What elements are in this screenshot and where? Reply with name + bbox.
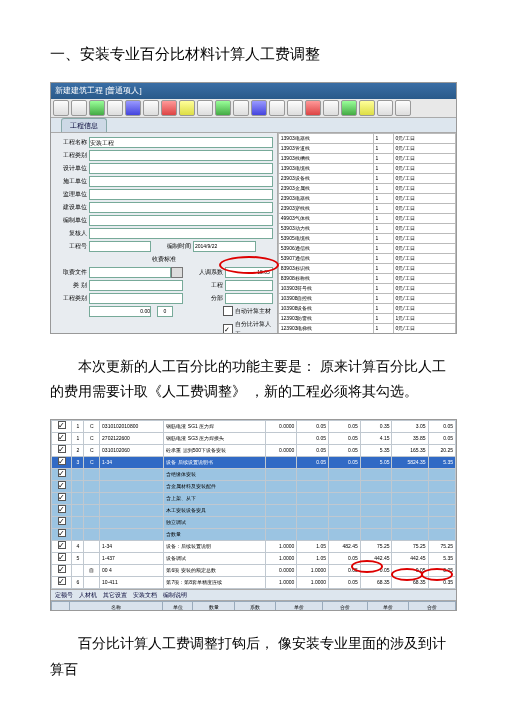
- splitter-tab[interactable]: 定额号: [55, 590, 73, 601]
- splitter-tab[interactable]: 安装文档: [133, 590, 157, 601]
- form-label: 编制单位: [55, 215, 89, 226]
- form-input[interactable]: 0.00: [89, 306, 151, 317]
- form-input[interactable]: [89, 202, 273, 213]
- checkbox[interactable]: [58, 505, 66, 513]
- checkbox[interactable]: [58, 541, 66, 549]
- toolbar-btn[interactable]: [125, 100, 141, 116]
- rate-row[interactable]: 13903管道线10元/工日: [278, 144, 455, 154]
- grid-row[interactable]: 5 1-437 设备调试 1.00001.050.05442.45442.455…: [52, 553, 456, 565]
- rate-row[interactable]: 83908标称线10元/工日: [278, 274, 455, 284]
- checkbox[interactable]: [58, 517, 66, 525]
- rate-row[interactable]: 103908自控线10元/工日: [278, 294, 455, 304]
- splitter-tab[interactable]: 其它设置: [103, 590, 127, 601]
- rate-row[interactable]: 53906通信线10元/工日: [278, 244, 455, 254]
- grid-row[interactable]: 独立调试: [52, 517, 456, 529]
- form-input[interactable]: [89, 267, 171, 278]
- rate-row[interactable]: 123903电梯线10元/工日: [278, 324, 455, 334]
- form-input[interactable]: [89, 241, 151, 252]
- grid-row[interactable]: 含绝缘体安装: [52, 469, 456, 481]
- tab-project-info[interactable]: 工程信息: [61, 118, 107, 132]
- form-input[interactable]: [89, 293, 183, 304]
- rate-row[interactable]: 23903设备线10元/工日: [278, 174, 455, 184]
- grid-header: 名称单位数量系数单价合价单价合价: [52, 602, 456, 612]
- form-input[interactable]: [89, 215, 273, 226]
- rate-row[interactable]: 103903符号线10元/工日: [278, 284, 455, 294]
- grid-row[interactable]: 4 1-34 设备：后续装置说明 1.00001.05482.4575.2575…: [52, 541, 456, 553]
- checkbox[interactable]: [58, 469, 66, 477]
- rate-row[interactable]: 53903动力线10元/工日: [278, 224, 455, 234]
- toolbar-btn[interactable]: [89, 100, 105, 116]
- rate-row[interactable]: 23903穿线线10元/工日: [278, 204, 455, 214]
- form-input[interactable]: [89, 228, 273, 239]
- grid-row[interactable]: 含上架、从下: [52, 493, 456, 505]
- checkbox[interactable]: [223, 306, 233, 316]
- form-input[interactable]: [89, 150, 273, 161]
- date-input[interactable]: 2014/9/22: [193, 241, 256, 252]
- toolbar-btn[interactable]: [305, 100, 321, 116]
- screenshot-project-info: 新建建筑工程 [普通项人] 工程信息 工程名称 安装工程 工程类别: [50, 82, 457, 334]
- form-input[interactable]: 安装工程: [89, 137, 273, 148]
- rate-row[interactable]: 83903标识线10元/工日: [278, 264, 455, 274]
- form-input[interactable]: [225, 280, 273, 291]
- toolbar-btn[interactable]: [143, 100, 159, 116]
- rate-row[interactable]: 53905电缆线10元/工日: [278, 234, 455, 244]
- grid-row[interactable]: 3 C 1-34 设备 后续设置说明书 0.050.055.055824.355…: [52, 457, 456, 469]
- toolbar-btn[interactable]: [179, 100, 195, 116]
- grid-row[interactable]: 2 C 0310102060 砼承重 运到500下设备安装 0.00000.05…: [52, 445, 456, 457]
- form-input[interactable]: [89, 280, 183, 291]
- checkbox[interactable]: [58, 457, 66, 465]
- checkbox[interactable]: [58, 577, 66, 585]
- splitter-tabs: 定额号人材机其它设置安装文档编制说明: [51, 589, 456, 601]
- toolbar-btn[interactable]: [287, 100, 303, 116]
- rate-row[interactable]: 123903防雷线11元/工日: [278, 314, 455, 324]
- toolbar-btn[interactable]: [359, 100, 375, 116]
- checkbox[interactable]: [58, 553, 66, 561]
- form-input[interactable]: 0: [157, 306, 173, 317]
- checkbox[interactable]: [58, 445, 66, 453]
- checkbox[interactable]: [58, 493, 66, 501]
- grid-row[interactable]: 1 C 2702122600 钢筋电渣 SG3 压力焊接头 0.050.054.…: [52, 433, 456, 445]
- checkbox-row: 自动计算主材: [187, 306, 273, 317]
- form-row: 工程号 编制时间 2014/9/22: [55, 241, 273, 252]
- checkbox[interactable]: [58, 529, 66, 537]
- checkbox[interactable]: [58, 481, 66, 489]
- rate-row[interactable]: 49903气体线10元/工日: [278, 214, 455, 224]
- grid-row[interactable]: 1 C 0310102010800 钢筋电渣 SG1 压力焊 0.00000.0…: [52, 421, 456, 433]
- toolbar-btn[interactable]: [395, 100, 411, 116]
- splitter-tab[interactable]: 人材机: [79, 590, 97, 601]
- rate-row[interactable]: 13903线槽线10元/工日: [278, 154, 455, 164]
- grid-row[interactable]: 含金属材料及安装配件: [52, 481, 456, 493]
- rate-row[interactable]: 103908设备线10元/工日: [278, 304, 455, 314]
- toolbar-btn[interactable]: [161, 100, 177, 116]
- rate-row[interactable]: 23903电器线10元/工日: [278, 194, 455, 204]
- toolbar-btn[interactable]: [251, 100, 267, 116]
- toolbar-btn[interactable]: [233, 100, 249, 116]
- toolbar-btn[interactable]: [107, 100, 123, 116]
- checkbox[interactable]: ✓: [223, 324, 232, 334]
- checkbox[interactable]: [58, 565, 66, 573]
- checkbox[interactable]: [58, 433, 66, 441]
- rate-row[interactable]: 53907通信线10元/工日: [278, 254, 455, 264]
- rate-row[interactable]: 13903电缆线10元/工日: [278, 164, 455, 174]
- form-input[interactable]: [89, 163, 273, 174]
- toolbar-btn[interactable]: [71, 100, 87, 116]
- grid-row[interactable]: 含数量: [52, 529, 456, 541]
- toolbar-btn[interactable]: [215, 100, 231, 116]
- toolbar-btn[interactable]: [53, 100, 69, 116]
- browse-button[interactable]: [171, 267, 183, 278]
- toolbar-btn[interactable]: [341, 100, 357, 116]
- form-input[interactable]: [89, 176, 273, 187]
- toolbar-btn[interactable]: [197, 100, 213, 116]
- rate-row[interactable]: 13903电器线10元/工日: [278, 134, 455, 144]
- form-input[interactable]: [89, 189, 273, 200]
- form-input[interactable]: [225, 293, 273, 304]
- grid-row[interactable]: 木工安装设备安具: [52, 505, 456, 517]
- form-label: 工程类别: [55, 293, 89, 304]
- checkbox[interactable]: [58, 421, 66, 429]
- toolbar-btn[interactable]: [269, 100, 285, 116]
- form-label: 施工单位: [55, 176, 89, 187]
- toolbar-btn[interactable]: [323, 100, 339, 116]
- splitter-tab[interactable]: 编制说明: [163, 590, 187, 601]
- toolbar-btn[interactable]: [377, 100, 393, 116]
- rate-row[interactable]: 23903金属线10元/工日: [278, 184, 455, 194]
